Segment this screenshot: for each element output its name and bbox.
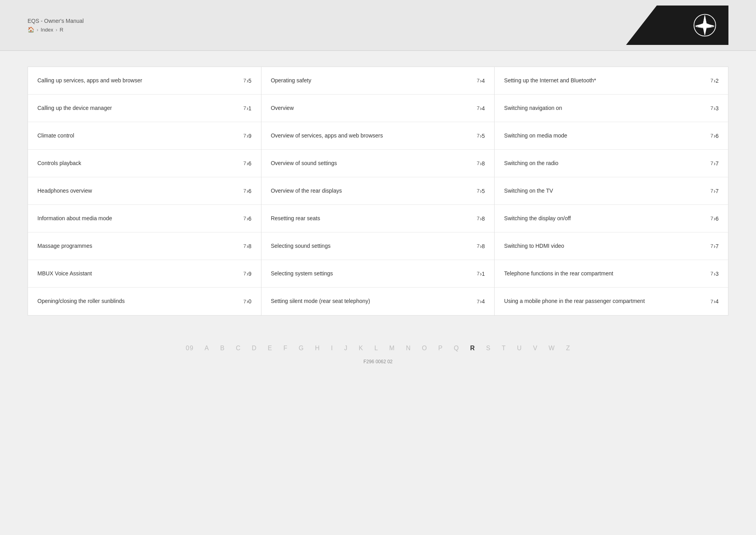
- item-label[interactable]: Overview: [271, 104, 469, 112]
- item-page[interactable]: 7›4: [469, 105, 485, 111]
- item-label[interactable]: Using a mobile phone in the rear passeng…: [504, 297, 703, 305]
- item-label[interactable]: Selecting system settings: [271, 270, 469, 278]
- item-page[interactable]: 7›1: [469, 271, 485, 277]
- list-item: Controls playback 7›6: [28, 150, 261, 177]
- alpha-item-v[interactable]: V: [533, 345, 538, 352]
- list-item: Setting silent mode (rear seat telephony…: [261, 288, 495, 315]
- item-page[interactable]: 7›6: [236, 188, 252, 194]
- breadcrumb: 🏠 › Index › R: [28, 26, 84, 33]
- list-item: Headphones overview 7›6: [28, 177, 261, 205]
- item-label[interactable]: Switching on media mode: [504, 132, 703, 140]
- item-page[interactable]: 7›7: [703, 160, 719, 167]
- item-page[interactable]: 7›6: [236, 215, 252, 222]
- alpha-item-g[interactable]: G: [299, 345, 304, 352]
- alphabet-navigation: 09 A B C D E F G H I J K L M N O P Q R S…: [158, 339, 598, 357]
- item-label[interactable]: Information about media mode: [37, 215, 236, 223]
- logo-area: [626, 6, 728, 45]
- item-label[interactable]: Selecting sound settings: [271, 242, 469, 250]
- footer: 09 A B C D E F G H I J K L M N O P Q R S…: [0, 331, 756, 368]
- alpha-item-j[interactable]: J: [344, 345, 348, 352]
- item-page[interactable]: 7›2: [703, 78, 719, 84]
- alpha-item-m[interactable]: M: [389, 345, 395, 352]
- item-label[interactable]: Switching the display on/off: [504, 215, 703, 223]
- item-page[interactable]: 7›6: [236, 160, 252, 167]
- item-label[interactable]: Climate control: [37, 132, 236, 140]
- item-page[interactable]: 7›8: [236, 243, 252, 249]
- item-page[interactable]: 7›9: [236, 271, 252, 277]
- alpha-item-z[interactable]: Z: [566, 345, 570, 352]
- item-page[interactable]: 7›3: [703, 271, 719, 277]
- item-label[interactable]: Switching on the radio: [504, 160, 703, 167]
- alpha-item-e[interactable]: E: [268, 345, 272, 352]
- alpha-item-d[interactable]: D: [252, 345, 257, 352]
- item-label[interactable]: Controls playback: [37, 160, 236, 167]
- breadcrumb-index[interactable]: Index: [41, 27, 53, 33]
- item-label[interactable]: Opening/closing the roller sunblinds: [37, 297, 236, 305]
- list-item: Selecting sound settings 7›8: [261, 232, 495, 260]
- item-page[interactable]: 7›4: [703, 298, 719, 305]
- alpha-item-w[interactable]: W: [548, 345, 555, 352]
- alpha-item-q[interactable]: Q: [454, 345, 459, 352]
- alpha-item-k[interactable]: K: [359, 345, 363, 352]
- item-page[interactable]: 7›6: [703, 215, 719, 222]
- item-label[interactable]: Setting up the Internet and Bluetooth*: [504, 77, 703, 85]
- item-label[interactable]: Massage programmes: [37, 242, 236, 250]
- item-label[interactable]: Calling up services, apps and web browse…: [37, 77, 236, 85]
- alpha-item-u[interactable]: U: [517, 345, 522, 352]
- manual-title: EQS - Owner's Manual: [28, 18, 84, 24]
- item-page[interactable]: 7›8: [469, 215, 485, 222]
- item-page[interactable]: 7›7: [703, 243, 719, 249]
- item-label[interactable]: Setting silent mode (rear seat telephony…: [271, 297, 469, 305]
- item-page[interactable]: 7›5: [469, 188, 485, 194]
- alpha-item-h[interactable]: H: [315, 345, 320, 352]
- item-label[interactable]: MBUX Voice Assistant: [37, 270, 236, 278]
- item-page[interactable]: 7›7: [703, 188, 719, 194]
- alpha-item-f[interactable]: F: [284, 345, 288, 352]
- alpha-item-r[interactable]: R: [470, 345, 475, 352]
- item-label[interactable]: Headphones overview: [37, 187, 236, 195]
- list-item: Overview 7›4: [261, 95, 495, 122]
- alpha-item-09[interactable]: 09: [186, 345, 194, 352]
- item-label[interactable]: Telephone functions in the rear compartm…: [504, 270, 703, 278]
- item-label[interactable]: Overview of services, apps and web brows…: [271, 132, 469, 140]
- alpha-item-l[interactable]: L: [374, 345, 378, 352]
- item-label[interactable]: Operating safety: [271, 77, 469, 85]
- item-page[interactable]: 7›4: [469, 298, 485, 305]
- item-page[interactable]: 7›3: [703, 105, 719, 111]
- list-item: Opening/closing the roller sunblinds 7›0: [28, 288, 261, 315]
- item-label[interactable]: Switching navigation on: [504, 104, 703, 112]
- alpha-item-i[interactable]: I: [331, 345, 333, 352]
- list-item: Selecting system settings 7›1: [261, 260, 495, 288]
- item-page[interactable]: 7›8: [469, 160, 485, 167]
- alpha-item-o[interactable]: O: [422, 345, 427, 352]
- mercedes-star-logo: [693, 13, 717, 37]
- item-page[interactable]: 7›5: [469, 133, 485, 139]
- item-page[interactable]: 7›1: [236, 105, 252, 111]
- item-label[interactable]: Calling up the device manager: [37, 104, 236, 112]
- item-page[interactable]: 7›0: [236, 298, 252, 305]
- alpha-item-b[interactable]: B: [220, 345, 225, 352]
- item-page[interactable]: 7›4: [469, 78, 485, 84]
- list-item: Massage programmes 7›8: [28, 232, 261, 260]
- list-item: Operating safety 7›4: [261, 67, 495, 95]
- item-label[interactable]: Overview of the rear displays: [271, 187, 469, 195]
- list-item: Climate control 7›9: [28, 122, 261, 150]
- item-label[interactable]: Switching to HDMI video: [504, 242, 703, 250]
- list-item: Switching the display on/off 7›6: [495, 205, 728, 232]
- breadcrumb-sep-1: ›: [37, 27, 38, 33]
- item-label[interactable]: Switching on the TV: [504, 187, 703, 195]
- alpha-item-c[interactable]: C: [236, 345, 241, 352]
- item-label[interactable]: Resetting rear seats: [271, 215, 469, 223]
- alpha-item-a[interactable]: A: [205, 345, 209, 352]
- header-brand-bg: [626, 6, 728, 45]
- alpha-item-p[interactable]: P: [438, 345, 443, 352]
- item-page[interactable]: 7›5: [236, 78, 252, 84]
- alpha-item-n[interactable]: N: [406, 345, 411, 352]
- item-label[interactable]: Overview of sound settings: [271, 160, 469, 167]
- alpha-item-s[interactable]: S: [486, 345, 491, 352]
- item-page[interactable]: 7›8: [469, 243, 485, 249]
- alpha-item-t[interactable]: T: [502, 345, 506, 352]
- item-page[interactable]: 7›9: [236, 133, 252, 139]
- home-icon[interactable]: 🏠: [28, 26, 34, 33]
- item-page[interactable]: 7›6: [703, 133, 719, 139]
